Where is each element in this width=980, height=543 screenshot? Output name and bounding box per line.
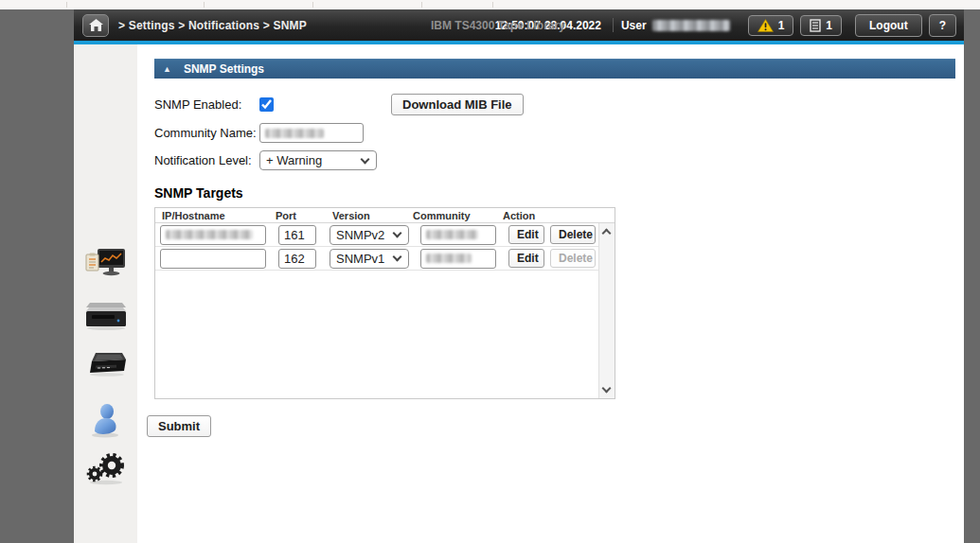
community-input[interactable] — [420, 225, 496, 245]
port-input[interactable] — [278, 225, 316, 245]
browser-tab-mark — [66, 2, 67, 8]
scroll-up-icon[interactable] — [602, 229, 612, 238]
version-select[interactable]: SNMPv2 — [330, 225, 409, 245]
table-row: SNMPv1 Edit Delete — [155, 247, 615, 271]
col-header-ip: IP/Hostname — [162, 210, 276, 221]
ip-hostname-input[interactable] — [160, 225, 266, 245]
browser-tab-mark — [312, 2, 313, 8]
community-redacted — [426, 230, 478, 239]
help-button[interactable]: ? — [929, 14, 956, 37]
delete-button[interactable]: Delete — [550, 225, 596, 244]
col-header-action: Action — [503, 210, 535, 221]
notification-level-label: Notification Level: — [154, 153, 259, 167]
community-name-label: Community Name: — [154, 126, 259, 140]
community-name-input[interactable] — [259, 123, 364, 143]
table-scrollbar[interactable] — [598, 223, 615, 398]
ip-redacted — [166, 230, 253, 239]
form-row-community-name: Community Name: — [154, 123, 964, 143]
main-content: ▲ SNMP Settings SNMP Enabled: Download M… — [137, 44, 964, 543]
chevron-down-icon — [393, 229, 402, 238]
warning-count: 1 — [778, 19, 785, 32]
event-log-button[interactable]: 1 — [800, 15, 842, 36]
user-label: User — [621, 19, 647, 32]
edit-button[interactable]: Edit — [508, 249, 544, 268]
warning-icon — [757, 19, 774, 32]
download-mib-button[interactable]: Download MIB File — [391, 94, 524, 115]
sidebar-item-user[interactable] — [87, 403, 125, 443]
username-redacted — [652, 20, 730, 31]
top-bar: > Settings > Notifications > SNMP IBM TS… — [74, 9, 964, 41]
user-icon — [87, 403, 125, 439]
notification-level-select[interactable]: + Warning — [259, 150, 377, 170]
chevron-down-icon — [361, 154, 370, 164]
breadcrumb: > Settings > Notifications > SNMP — [118, 19, 307, 32]
col-header-version: Version — [332, 210, 413, 221]
snmp-enabled-checkbox[interactable] — [259, 97, 274, 112]
col-header-community: Community — [413, 210, 503, 221]
sidebar-nav — [74, 44, 137, 543]
drive-icon — [84, 350, 128, 378]
logout-button[interactable]: Logout — [855, 14, 922, 37]
version-value: SNMPv1 — [336, 252, 388, 266]
home-button[interactable] — [82, 14, 109, 37]
version-select[interactable]: SNMPv1 — [330, 249, 409, 269]
monitoring-icon — [85, 248, 127, 284]
sidebar-item-monitoring[interactable] — [85, 248, 127, 288]
snmp-settings-form: SNMP Enabled: Download MIB File Communit… — [154, 94, 964, 170]
browser-chrome-strip — [0, 0, 980, 9]
table-header-row: IP/Hostname Port Version Community Actio… — [155, 208, 615, 223]
notification-level-value: + Warning — [266, 153, 356, 167]
settings-icon — [85, 450, 127, 486]
home-icon — [89, 19, 103, 31]
panel-title: SNMP Settings — [184, 62, 264, 76]
product-title: IBM TS4300 Tape Library — [431, 19, 565, 32]
community-input[interactable] — [420, 249, 496, 269]
warnings-button[interactable]: 1 — [748, 15, 794, 36]
form-row-notification-level: Notification Level: + Warning — [154, 150, 964, 170]
event-log-icon — [810, 19, 821, 32]
delete-button-disabled: Delete — [550, 249, 596, 268]
community-redacted — [426, 254, 472, 263]
browser-tab-mark — [204, 2, 205, 8]
scroll-down-icon[interactable] — [602, 384, 612, 394]
browser-tab-mark — [421, 2, 422, 8]
port-input[interactable] — [278, 249, 316, 269]
snmp-targets-table: IP/Hostname Port Version Community Actio… — [154, 207, 615, 399]
snmp-targets-heading: SNMP Targets — [154, 185, 964, 201]
event-count: 1 — [826, 19, 832, 32]
snmp-enabled-label: SNMP Enabled: — [154, 97, 259, 112]
community-name-redacted — [265, 129, 324, 138]
browser-tab-mark — [492, 2, 493, 8]
sidebar-item-settings[interactable] — [85, 450, 127, 490]
table-row: SNMPv2 Edit Delete — [155, 223, 615, 247]
app-window: > Settings > Notifications > SNMP IBM TS… — [74, 9, 964, 543]
submit-button[interactable]: Submit — [147, 415, 211, 437]
edit-button[interactable]: Edit — [508, 225, 544, 244]
col-header-port: Port — [276, 210, 332, 221]
version-value: SNMPv2 — [336, 228, 388, 242]
topbar-divider — [613, 18, 614, 32]
ip-hostname-input[interactable] — [160, 249, 266, 269]
library-icon — [84, 299, 128, 333]
sidebar-item-drive[interactable] — [84, 350, 128, 382]
collapse-arrow-icon: ▲ — [163, 64, 171, 74]
sidebar-item-library[interactable] — [84, 299, 128, 337]
form-row-snmp-enabled: SNMP Enabled: Download MIB File — [154, 94, 964, 115]
chevron-down-icon — [393, 253, 402, 262]
snmp-settings-panel-header[interactable]: ▲ SNMP Settings — [154, 59, 955, 79]
